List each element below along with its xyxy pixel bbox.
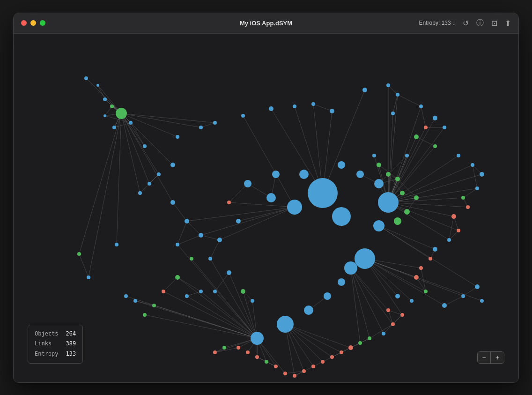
zoom-out-button[interactable]: − <box>478 352 491 363</box>
links-value: 389 <box>66 339 76 349</box>
close-button[interactable] <box>21 20 27 26</box>
entropy-label: Entropy <box>35 349 59 359</box>
objects-value: 264 <box>66 329 76 339</box>
links-label: Links <box>35 339 52 349</box>
stats-panel: Objects 264 Links 389 Entropy 133 <box>28 325 83 364</box>
toolbar-right: Entropy: 133 ↓ ↺ ⓘ ⊡ ⬆ <box>419 18 511 28</box>
maximize-button[interactable] <box>40 20 45 26</box>
objects-label: Objects <box>35 329 59 339</box>
app-window: My iOS App.dSYM Entropy: 133 ↓ ↺ ⓘ ⊡ ⬆ O… <box>13 13 519 383</box>
titlebar: My iOS App.dSYM Entropy: 133 ↓ ↺ ⓘ ⊡ ⬆ <box>14 13 518 34</box>
zoom-controls: − + <box>477 351 504 364</box>
share-icon[interactable]: ⬆ <box>505 19 511 28</box>
minimize-button[interactable] <box>30 20 36 26</box>
entropy-display: Entropy: 133 ↓ <box>419 20 455 26</box>
entropy-value: 133 <box>66 349 76 359</box>
graph-canvas-area[interactable]: Objects 264 Links 389 Entropy 133 − + <box>14 34 518 382</box>
zoom-in-button[interactable]: + <box>491 352 504 363</box>
traffic-lights <box>21 20 45 26</box>
refresh-icon[interactable]: ↺ <box>463 19 469 28</box>
graph-visualization <box>14 34 518 382</box>
window-title: My iOS App.dSYM <box>240 20 292 27</box>
info-icon[interactable]: ⓘ <box>476 18 484 28</box>
camera-icon[interactable]: ⊡ <box>491 19 497 28</box>
